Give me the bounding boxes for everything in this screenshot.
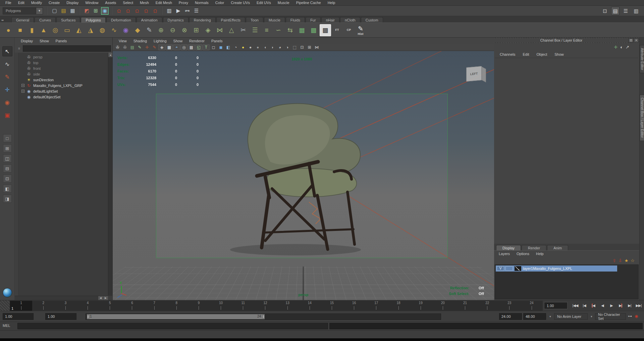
shelf-tab[interactable]: Fluids — [286, 17, 305, 22]
outliner-body[interactable]: + ✇ persp + ✇ top + ✇ — [15, 53, 112, 300]
animation-end-field[interactable]: 48.00 — [523, 313, 546, 320]
maya-logo-icon[interactable] — [3, 288, 12, 297]
use-all-lights-icon[interactable]: ◔ — [232, 44, 239, 50]
layer-editor-menu-item[interactable]: Help — [533, 251, 547, 256]
paint-brush-icon[interactable]: ✎ — [151, 44, 158, 50]
xray-joints-icon[interactable]: ◗ — [269, 44, 276, 50]
shelf-tab[interactable]: Toon — [246, 17, 263, 22]
xray-icon[interactable]: ◖ — [262, 44, 269, 50]
timeline-frame[interactable]: 3 3 — [54, 301, 76, 311]
no-light-icon[interactable]: ● — [254, 44, 261, 50]
shelf-tab[interactable]: Deformation — [106, 17, 136, 22]
timeline-frame[interactable]: 21 21 — [454, 301, 476, 311]
outliner-item[interactable]: + ✇ persp — [19, 54, 108, 60]
default-light-icon[interactable]: ● — [239, 44, 247, 50]
lasso-tool[interactable]: ∿ — [2, 59, 12, 69]
layer-editor-menu-item[interactable]: Layers — [495, 251, 513, 256]
poly-plane-icon[interactable]: ▭ — [61, 24, 73, 36]
uv-editor-icon[interactable]: ▩ — [320, 24, 331, 36]
bevel-icon[interactable]: ◈ — [202, 24, 214, 36]
poly-sphere-icon[interactable]: ● — [3, 24, 14, 36]
layer-visibility-toggle[interactable]: V — [497, 266, 504, 271]
sidebar-attribute-editor-icon[interactable]: ▥ — [632, 7, 640, 15]
poly-torus-icon[interactable]: ◎ — [50, 24, 61, 36]
chevron-down-icon[interactable]: ▼ — [589, 314, 594, 320]
timeline-frame[interactable]: 24 24 — [521, 301, 543, 311]
new-scene-icon[interactable]: ▢ — [50, 7, 59, 15]
snap-to-point-icon[interactable]: Ω — [133, 7, 141, 15]
timeline-frame[interactable]: 20 20 — [432, 301, 454, 311]
shelf-tab[interactable]: Custom — [361, 17, 383, 22]
step-back-key-button[interactable]: |◀ — [589, 302, 597, 309]
timeline-frame[interactable]: 23 23 — [498, 301, 521, 311]
step-forward-frame-button[interactable]: ▶| — [626, 302, 634, 309]
safe-action-icon[interactable]: ▩ — [188, 44, 195, 50]
timeline-frame[interactable]: 1 1 — [10, 301, 32, 311]
layer-editor-tab[interactable]: Anim — [547, 245, 568, 250]
chevron-down-icon[interactable]: ▼ — [36, 7, 43, 14]
timeline-frame[interactable]: 7 7 — [143, 301, 165, 311]
menu-item[interactable]: Pipeline Cache — [293, 0, 324, 5]
speed-state-icon[interactable]: ◐ — [620, 45, 623, 50]
viewport-menu-item[interactable]: Lighting — [150, 39, 170, 43]
shelf-tab[interactable]: Rendering — [189, 17, 216, 22]
timeline-frame[interactable]: 9 9 — [187, 301, 210, 311]
viewport-menu-item[interactable]: Show — [170, 39, 186, 43]
outliner-item[interactable]: + ↻ Maxalto_Fulgens_LXPL_GRP — [19, 83, 108, 88]
save-scene-icon[interactable]: ▦ — [68, 7, 77, 15]
shelf-tab[interactable]: Animation — [137, 17, 162, 22]
shelf-tab[interactable]: Curves — [35, 17, 56, 22]
menu-item[interactable]: Mesh — [137, 0, 152, 5]
sidebar-tool-settings-icon[interactable]: ☰ — [622, 7, 630, 15]
four-pane-layout-button[interactable]: ⊞ — [3, 144, 12, 152]
paint-select-tool[interactable]: ✎ — [2, 72, 12, 82]
render-current-frame-icon[interactable]: ▶ — [174, 7, 182, 15]
snap-to-projected-center-icon[interactable]: Ω — [142, 7, 150, 15]
go-to-end-button[interactable]: ▶▶| — [635, 302, 643, 309]
status-separator[interactable] — [46, 7, 49, 15]
channel-box-empty-area[interactable] — [495, 58, 638, 244]
two-pane-stacked-layout-button[interactable]: ⊟ — [3, 164, 12, 173]
restore-panel-icon[interactable]: ⊡ — [629, 38, 633, 43]
time-slider-frames[interactable]: 1 1 2 2 3 3 4 — [10, 301, 543, 311]
pane-toggle-icon[interactable]: ⊞ — [306, 44, 313, 50]
view-cube-front-face[interactable]: LEFT — [466, 66, 482, 82]
timeline-frame[interactable]: 10 10 — [210, 301, 232, 311]
layer-editor-tab[interactable]: Render — [522, 245, 546, 250]
command-line-input[interactable] — [17, 323, 328, 329]
wire-on-shaded-icon[interactable]: ⊡ — [299, 44, 306, 50]
status-separator[interactable] — [78, 7, 81, 15]
channel-box-vertical-tab[interactable]: Channel Box / Layer Editor — [640, 95, 644, 141]
menu-item[interactable]: Assets — [102, 0, 119, 5]
outliner-menu-item[interactable]: Panels — [52, 39, 70, 43]
combine-icon[interactable]: ⊕ — [155, 24, 167, 36]
shelf-tab[interactable]: Fur — [306, 17, 321, 22]
shelf-tab[interactable]: Polygons — [81, 17, 105, 22]
shelf-tab[interactable]: nHair — [321, 17, 339, 22]
frame-all-icon[interactable]: T — [203, 44, 210, 50]
animation-start-field[interactable]: 1.00 — [3, 313, 34, 320]
anim-layer-selector[interactable]: No Anim Layer — [554, 313, 588, 320]
scale-tool[interactable]: ▣ — [2, 110, 12, 120]
menu-item[interactable]: Proxy — [175, 0, 192, 5]
menu-item[interactable]: Create UVs — [227, 0, 253, 5]
shelf-tab[interactable]: General — [11, 17, 34, 22]
platonic-solid-icon[interactable]: ◆ — [132, 24, 143, 36]
scroll-up-icon[interactable]: ▲ — [108, 53, 112, 57]
camera-icon[interactable]: ✇ — [114, 44, 121, 50]
viewport-3d-area[interactable]: 1920 x 1080 Verts: 6330 0 0 Edges: 1 — [113, 51, 494, 300]
outliner-item[interactable]: + ◉ defaultObjectSet — [19, 94, 108, 100]
create-layer-from-selected-icon[interactable]: ☆ — [631, 258, 635, 263]
range-end-handle[interactable] — [262, 315, 265, 319]
menu-item[interactable]: Select — [119, 0, 137, 5]
step-forward-key-button[interactable]: ▶| — [616, 302, 625, 309]
chevron-down-icon[interactable]: ▼ — [547, 314, 553, 320]
boolean-icon[interactable]: ⊗ — [179, 24, 190, 36]
current-time-field[interactable]: 1.00 — [544, 302, 568, 309]
timeline-frame[interactable]: 12 12 — [254, 301, 276, 311]
expand-icon[interactable]: + — [21, 90, 24, 93]
select-tool[interactable]: ↖ — [2, 46, 12, 56]
poly-pyramid-icon[interactable]: ◮ — [85, 24, 96, 36]
menu-item[interactable]: Display — [63, 0, 82, 5]
timeline-frame[interactable]: 16 16 — [343, 301, 365, 311]
